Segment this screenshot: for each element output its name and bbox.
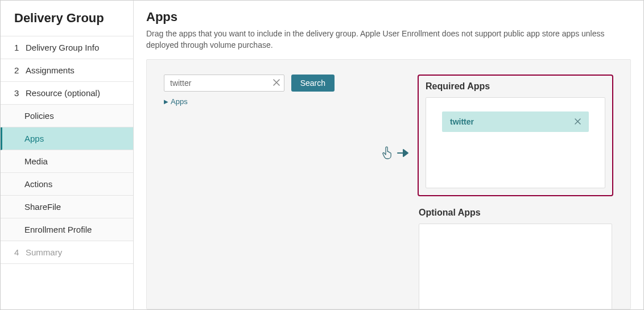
arrow-right-icon <box>397 148 410 158</box>
sub-item-actions[interactable]: Actions <box>1 173 133 196</box>
nav-item-delivery-group-info[interactable]: 1 Delivery Group Info <box>1 36 133 59</box>
sub-item-sharefile[interactable]: ShareFile <box>1 196 133 218</box>
sub-item-enrollment-profile[interactable]: Enrollment Profile <box>1 218 133 241</box>
optional-apps-title: Optional Apps <box>419 208 612 218</box>
nav-item-assignments[interactable]: 2 Assignments <box>1 59 133 82</box>
nav-num: 4 <box>14 247 21 257</box>
nav-label: Resource (optional) <box>26 88 100 98</box>
app-chip-label: twitter <box>450 117 474 126</box>
page-title: Apps <box>146 10 631 24</box>
hand-pointer-icon <box>382 146 393 160</box>
nav-num: 1 <box>14 43 21 52</box>
search-wrap <box>164 75 284 92</box>
sub-nav-list: Policies Apps Media Actions ShareFile En… <box>1 105 133 241</box>
expand-label: Apps <box>171 97 188 106</box>
nav-num: 3 <box>14 88 21 98</box>
sidebar: Delivery Group 1 Delivery Group Info 2 A… <box>1 1 134 309</box>
nav-item-summary: 4 Summary <box>1 241 133 264</box>
search-row: Search <box>164 75 335 92</box>
apps-expand-row[interactable]: ▶ Apps <box>164 97 335 106</box>
page-description: Drag the apps that you want to include i… <box>146 28 613 51</box>
sidebar-title: Delivery Group <box>1 1 133 36</box>
nav-item-resource[interactable]: 3 Resource (optional) <box>1 82 133 105</box>
caret-right-icon: ▶ <box>164 98 168 105</box>
nav-list: 1 Delivery Group Info 2 Assignments 3 Re… <box>1 36 133 264</box>
sub-item-media[interactable]: Media <box>1 150 133 173</box>
nav-label: Delivery Group Info <box>26 43 99 52</box>
optional-apps-zone[interactable]: Optional Apps <box>418 206 613 309</box>
nav-label: Assignments <box>26 65 75 75</box>
app-chip[interactable]: twitter <box>442 111 589 132</box>
optional-apps-body[interactable] <box>419 224 612 309</box>
required-apps-title: Required Apps <box>426 81 605 92</box>
nav-num: 2 <box>14 65 21 75</box>
clear-search-icon[interactable] <box>273 78 280 88</box>
required-apps-body[interactable]: twitter <box>426 97 605 188</box>
search-input[interactable] <box>164 75 284 92</box>
content-panel: Search ▶ Apps Required Apps twitter <box>146 59 631 309</box>
search-column: Search ▶ Apps <box>164 75 335 309</box>
nav-label: Summary <box>26 247 62 257</box>
sub-item-policies[interactable]: Policies <box>1 105 133 127</box>
remove-chip-icon[interactable] <box>575 117 581 126</box>
dropzones-column: Required Apps twitter Optional Apps <box>418 75 613 309</box>
main-area: Apps Drag the apps that you want to incl… <box>134 1 643 309</box>
sub-item-apps[interactable]: Apps <box>1 127 133 150</box>
required-apps-zone[interactable]: Required Apps twitter <box>418 75 613 196</box>
search-button[interactable]: Search <box>291 75 335 92</box>
drag-hint-icon <box>382 146 410 160</box>
